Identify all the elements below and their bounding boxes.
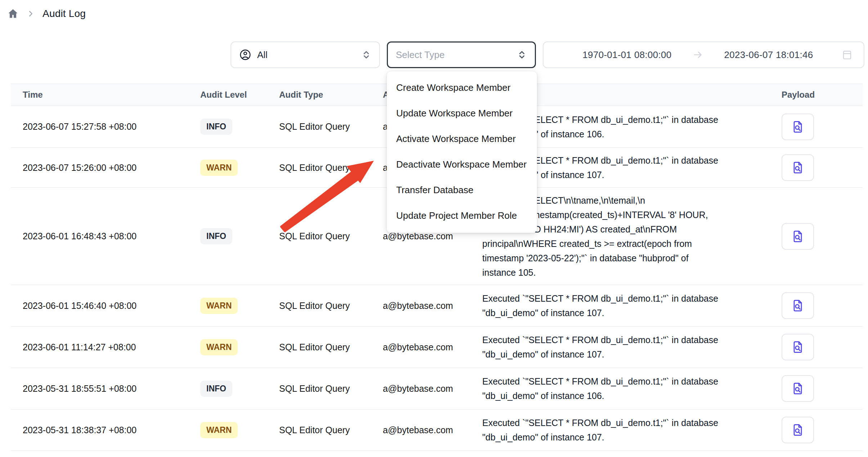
header-time: Time [23,90,200,100]
cell-comment: Executed `"SELECT * FROM db_ui_demo.t1;"… [482,291,782,320]
payload-view-button[interactable] [782,334,814,360]
breadcrumb: Audit Log [7,8,86,19]
cell-payload [782,223,863,250]
file-search-icon [791,298,805,313]
type-filter-select[interactable]: Select Type [387,41,536,68]
type-menu-item[interactable]: Update Workspace Member [387,101,537,126]
type-menu-item[interactable]: Deactivate Workspace Member [387,152,537,177]
type-filter-placeholder: Select Type [396,49,444,61]
cell-audit-type: SQL Editor Query [279,342,383,352]
table-row: 2023-05-31 18:38:37 +08:00WARNSQL Editor… [11,409,863,451]
file-search-icon [791,160,805,175]
date-range-start[interactable]: 1970-01-01 08:00:00 [582,49,671,61]
payload-view-button[interactable] [782,154,814,181]
page-title: Audit Log [42,8,86,19]
cell-audit-type: SQL Editor Query [279,383,383,394]
cell-payload [782,114,863,140]
header-payload: Payload [782,90,863,100]
cell-time: 2023-06-01 16:48:43 +08:00 [23,231,200,241]
chevron-up-down-icon [517,50,527,60]
cell-audit-type: SQL Editor Query [279,425,383,435]
audit-level-badge: WARN [200,160,238,176]
red-annotation-arrow [277,150,385,234]
cell-actor: a@bytebase.com [383,342,482,352]
type-menu-item[interactable]: Activate Workspace Member [387,126,537,152]
cell-audit-level: WARN [200,298,279,314]
cell-audit-level: INFO [200,228,279,244]
header-audit-type: Audit Type [279,90,383,100]
cell-comment: Executed `"SELECT * FROM db_ui_demo.t1;"… [482,416,782,444]
audit-level-badge: WARN [200,422,238,438]
cell-audit-level: INFO [200,119,279,135]
home-icon[interactable] [7,8,19,19]
cell-time: 2023-06-07 15:27:58 +08:00 [23,121,200,132]
cell-time: 2023-05-31 18:38:37 +08:00 [23,425,200,435]
audit-level-badge: INFO [200,228,232,244]
cell-actor: a@bytebase.com [383,425,482,435]
cell-audit-type: SQL Editor Query [279,301,383,311]
cell-time: 2023-06-01 15:46:40 +08:00 [23,301,200,311]
table-row: 2023-05-31 18:55:51 +08:00INFOSQL Editor… [11,368,863,409]
actor-filter-select[interactable]: All [231,41,380,68]
actor-filter-value: All [257,49,268,61]
cell-audit-level: WARN [200,422,279,438]
payload-view-button[interactable] [782,417,814,443]
person-circle-icon [239,49,251,61]
audit-level-badge: WARN [200,339,238,355]
cell-payload [782,417,863,443]
cell-payload [782,292,863,319]
file-search-icon [791,229,805,244]
date-range-picker[interactable]: 1970-01-01 08:00:00 2023-06-07 18:01:46 [543,41,864,68]
cell-time: 2023-05-31 18:55:51 +08:00 [23,383,200,394]
header-audit-level: Audit Level [200,90,279,100]
payload-view-button[interactable] [782,292,814,319]
audit-level-badge: WARN [200,298,238,314]
cell-payload [782,334,863,360]
cell-payload [782,375,863,402]
cell-payload [782,154,863,181]
audit-level-badge: INFO [200,119,232,135]
payload-view-button[interactable] [782,114,814,140]
date-range-end[interactable]: 2023-06-07 18:01:46 [724,49,813,61]
cell-actor: a@bytebase.com [383,383,482,394]
audit-level-badge: INFO [200,381,232,397]
type-menu-item[interactable]: Create Workspace Member [387,75,537,101]
cell-comment: Executed `"SELECT * FROM db_ui_demo.t1;"… [482,374,782,403]
file-search-icon [791,381,805,396]
file-search-icon [791,423,805,437]
payload-view-button[interactable] [782,375,814,402]
file-search-icon [791,340,805,354]
table-row: 2023-06-01 11:14:27 +08:00WARNSQL Editor… [11,327,863,368]
cell-time: 2023-06-07 15:26:00 +08:00 [23,163,200,173]
file-search-icon [791,120,805,134]
range-arrow-icon [693,49,703,60]
type-menu-item[interactable]: Update Project Member Role [387,203,537,228]
cell-actor: a@bytebase.com [383,301,482,311]
cell-time: 2023-06-01 11:14:27 +08:00 [23,342,200,352]
cell-audit-type: SQL Editor Query [279,121,383,132]
calendar-icon [841,49,853,61]
table-row: 2023-06-01 15:46:40 +08:00WARNSQL Editor… [11,285,863,327]
cell-audit-level: INFO [200,381,279,397]
cell-comment: Executed `"SELECT * FROM db_ui_demo.t1;"… [482,333,782,361]
cell-audit-level: WARN [200,160,279,176]
cell-audit-level: WARN [200,339,279,355]
type-menu-item[interactable]: Transfer Database [387,177,537,203]
payload-view-button[interactable] [782,223,814,250]
breadcrumb-chevron-icon [27,10,35,18]
chevron-up-down-icon [361,50,371,60]
type-select-menu: Create Workspace MemberUpdate Workspace … [387,71,537,233]
